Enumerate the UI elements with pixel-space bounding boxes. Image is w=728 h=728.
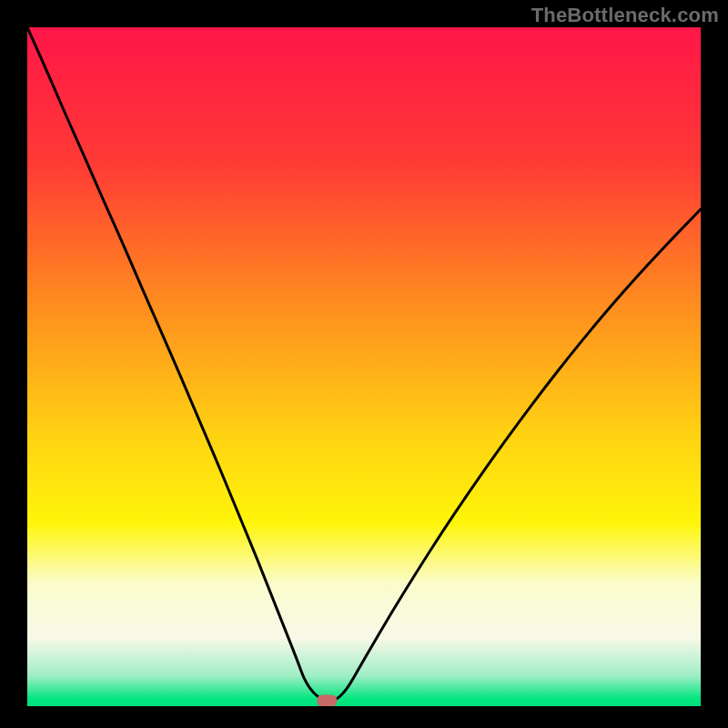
watermark-text: TheBottleneck.com [531,4,719,27]
bottleneck-plot [0,0,728,728]
gradient-background [27,27,701,706]
chart-stage: TheBottleneck.com [0,0,728,728]
optimal-marker [317,695,337,707]
